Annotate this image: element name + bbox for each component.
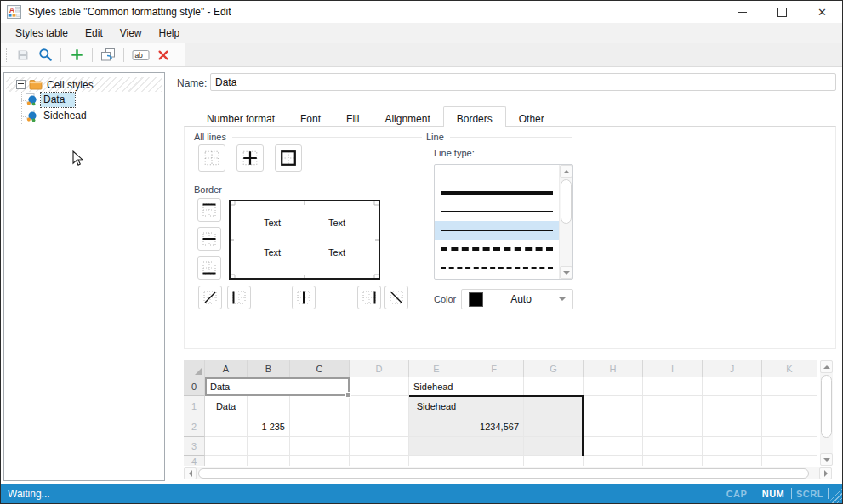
cell-F0[interactable]	[464, 377, 524, 396]
add-button[interactable]	[66, 45, 87, 65]
tree-root-cell-styles[interactable]: Cell styles	[6, 77, 162, 92]
cell-I3[interactable]	[643, 437, 703, 456]
scroll-up-button[interactable]	[820, 360, 833, 373]
cell-H1[interactable]	[584, 396, 643, 416]
cell-K3[interactable]	[762, 437, 817, 456]
scrollbar-thumb[interactable]	[821, 375, 832, 438]
column-header-B[interactable]: B	[248, 360, 290, 377]
left-border-button[interactable]	[227, 286, 251, 309]
cell-E3[interactable]	[409, 437, 464, 456]
tab-number-format[interactable]: Number format	[194, 106, 288, 127]
scroll-up-button[interactable]	[560, 165, 572, 178]
cell-E2[interactable]	[409, 416, 464, 437]
column-header-H[interactable]: H	[584, 360, 643, 377]
scroll-left-button[interactable]	[184, 467, 197, 479]
cell-F3[interactable]	[464, 437, 524, 456]
row-header-0[interactable]: 0	[184, 377, 205, 396]
menu-item-edit[interactable]: Edit	[77, 23, 111, 43]
row-header-3[interactable]: 3	[184, 437, 205, 456]
cell-G2[interactable]	[524, 416, 584, 437]
cell-E4[interactable]	[409, 456, 464, 466]
right-border-button[interactable]	[357, 286, 381, 309]
cell-B3[interactable]	[248, 437, 290, 456]
menu-item-help[interactable]: Help	[151, 23, 189, 43]
tab-other[interactable]: Other	[506, 106, 557, 127]
inner-lines-button[interactable]	[236, 144, 264, 172]
cell-H2[interactable]	[584, 416, 643, 437]
cell-G0[interactable]	[524, 377, 584, 396]
tab-borders[interactable]: Borders	[443, 106, 506, 127]
cell-C4[interactable]	[290, 456, 350, 466]
bottom-border-button[interactable]	[197, 256, 221, 280]
cell-J0[interactable]	[703, 377, 762, 396]
grid-vertical-scrollbar[interactable]	[820, 360, 833, 466]
cell-D4[interactable]	[350, 456, 409, 466]
rename-button[interactable]: ab	[129, 45, 151, 65]
search-button[interactable]	[35, 45, 55, 65]
cell-B4[interactable]	[248, 456, 290, 466]
column-header-F[interactable]: F	[464, 360, 524, 377]
cell-H4[interactable]	[584, 456, 643, 466]
tab-fill[interactable]: Fill	[333, 106, 372, 127]
cell-D3[interactable]	[350, 437, 409, 456]
row-header-4[interactable]: 4	[184, 456, 205, 466]
cell-A1[interactable]: Data	[205, 396, 248, 416]
column-header-C[interactable]: C	[290, 360, 350, 377]
cell-G3[interactable]	[524, 437, 584, 456]
tree-item-data[interactable]: Data	[4, 92, 164, 108]
scrollbar-thumb[interactable]	[198, 468, 809, 479]
minimize-button[interactable]	[722, 1, 762, 23]
active-cell-editor[interactable]: Data	[205, 377, 350, 396]
scroll-down-button[interactable]	[820, 453, 833, 466]
column-header-I[interactable]: I	[643, 360, 703, 377]
cell-D0[interactable]	[350, 377, 409, 396]
cell-D2[interactable]	[350, 416, 409, 437]
column-header-G[interactable]: G	[524, 360, 584, 377]
cell-A2[interactable]	[205, 416, 248, 437]
cell-B1[interactable]	[248, 396, 290, 416]
row-header-2[interactable]: 2	[184, 416, 205, 437]
column-header-E[interactable]: E	[409, 360, 464, 377]
no-borders-button[interactable]	[198, 144, 225, 172]
cell-C1[interactable]	[290, 396, 350, 416]
cell-G1[interactable]	[524, 396, 584, 416]
cell-I2[interactable]	[643, 416, 703, 437]
diagonal-up-border-button[interactable]	[198, 286, 222, 309]
cell-K4[interactable]	[762, 456, 817, 466]
cell-I1[interactable]	[643, 396, 703, 416]
diagonal-down-border-button[interactable]	[384, 286, 408, 309]
cell-C3[interactable]	[290, 437, 350, 456]
duplicate-button[interactable]	[98, 45, 118, 65]
menu-item-styles-table[interactable]: Styles table	[7, 23, 77, 43]
grid-horizontal-scrollbar[interactable]	[184, 467, 832, 479]
cell-J1[interactable]	[703, 396, 762, 416]
tab-font[interactable]: Font	[288, 106, 333, 127]
column-header-A[interactable]: A	[205, 360, 248, 377]
maximize-button[interactable]	[762, 1, 802, 23]
tree-item-sidehead[interactable]: Sidehead	[4, 108, 164, 124]
line-type-option-dashed-2[interactable]	[435, 258, 559, 277]
delete-button[interactable]	[153, 45, 174, 65]
cell-I0[interactable]	[643, 377, 703, 396]
cell-H0[interactable]	[584, 377, 643, 396]
scroll-down-button[interactable]	[560, 266, 572, 279]
line-type-option-none[interactable]	[435, 165, 559, 184]
cell-H3[interactable]	[584, 437, 643, 456]
top-border-button[interactable]	[197, 198, 221, 222]
save-button[interactable]	[13, 45, 33, 65]
cell-J3[interactable]	[703, 437, 762, 456]
scroll-right-button[interactable]	[819, 467, 832, 479]
cell-K0[interactable]	[762, 377, 817, 396]
cell-C2[interactable]	[290, 416, 350, 437]
column-header-K[interactable]: K	[762, 360, 817, 377]
vertical-middle-border-button[interactable]	[292, 286, 316, 309]
cell-J2[interactable]	[703, 416, 762, 437]
border-preview-box[interactable]: Text Text Text Text	[229, 200, 380, 280]
cell-A4[interactable]	[205, 456, 248, 466]
cell-J4[interactable]	[703, 456, 762, 466]
style-name-input[interactable]	[210, 73, 836, 91]
cell-D1[interactable]	[350, 396, 409, 416]
cell-F4[interactable]	[464, 456, 524, 466]
cell-F1[interactable]	[464, 396, 524, 416]
line-type-option-solid-2[interactable]	[435, 202, 559, 221]
